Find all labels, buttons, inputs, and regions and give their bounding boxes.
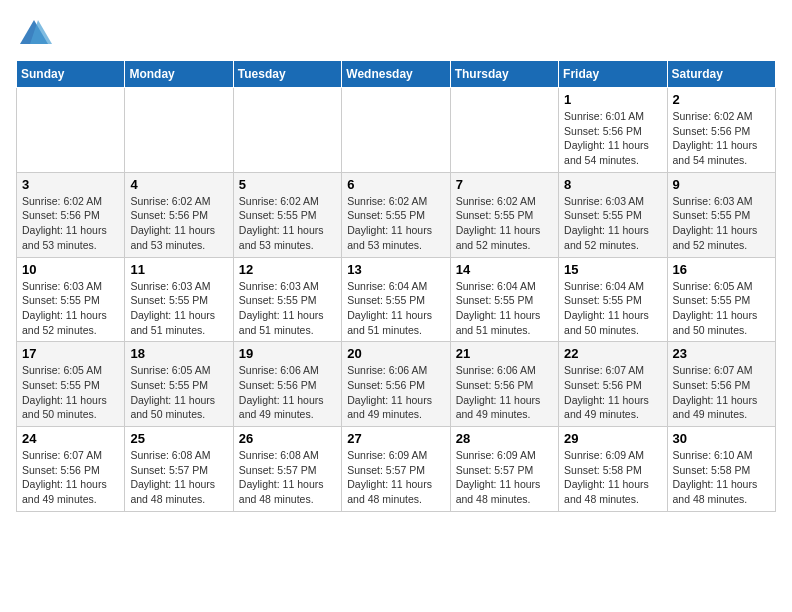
day-info: Sunrise: 6:09 AM Sunset: 5:57 PM Dayligh… bbox=[456, 448, 553, 507]
day-info: Sunrise: 6:03 AM Sunset: 5:55 PM Dayligh… bbox=[564, 194, 661, 253]
calendar-cell: 24Sunrise: 6:07 AM Sunset: 5:56 PM Dayli… bbox=[17, 427, 125, 512]
day-number: 29 bbox=[564, 431, 661, 446]
calendar-cell: 7Sunrise: 6:02 AM Sunset: 5:55 PM Daylig… bbox=[450, 172, 558, 257]
day-number: 16 bbox=[673, 262, 770, 277]
calendar-week-row: 17Sunrise: 6:05 AM Sunset: 5:55 PM Dayli… bbox=[17, 342, 776, 427]
calendar-cell: 19Sunrise: 6:06 AM Sunset: 5:56 PM Dayli… bbox=[233, 342, 341, 427]
day-info: Sunrise: 6:03 AM Sunset: 5:55 PM Dayligh… bbox=[673, 194, 770, 253]
day-info: Sunrise: 6:08 AM Sunset: 5:57 PM Dayligh… bbox=[130, 448, 227, 507]
calendar-cell: 16Sunrise: 6:05 AM Sunset: 5:55 PM Dayli… bbox=[667, 257, 775, 342]
weekday-header: Tuesday bbox=[233, 61, 341, 88]
day-number: 8 bbox=[564, 177, 661, 192]
day-info: Sunrise: 6:07 AM Sunset: 5:56 PM Dayligh… bbox=[673, 363, 770, 422]
calendar-cell: 22Sunrise: 6:07 AM Sunset: 5:56 PM Dayli… bbox=[559, 342, 667, 427]
day-number: 6 bbox=[347, 177, 444, 192]
day-number: 17 bbox=[22, 346, 119, 361]
day-info: Sunrise: 6:06 AM Sunset: 5:56 PM Dayligh… bbox=[239, 363, 336, 422]
calendar-cell: 5Sunrise: 6:02 AM Sunset: 5:55 PM Daylig… bbox=[233, 172, 341, 257]
day-info: Sunrise: 6:03 AM Sunset: 5:55 PM Dayligh… bbox=[239, 279, 336, 338]
day-info: Sunrise: 6:04 AM Sunset: 5:55 PM Dayligh… bbox=[456, 279, 553, 338]
calendar-cell: 2Sunrise: 6:02 AM Sunset: 5:56 PM Daylig… bbox=[667, 88, 775, 173]
calendar-cell: 25Sunrise: 6:08 AM Sunset: 5:57 PM Dayli… bbox=[125, 427, 233, 512]
day-info: Sunrise: 6:03 AM Sunset: 5:55 PM Dayligh… bbox=[22, 279, 119, 338]
calendar-cell bbox=[450, 88, 558, 173]
weekday-header: Wednesday bbox=[342, 61, 450, 88]
day-info: Sunrise: 6:01 AM Sunset: 5:56 PM Dayligh… bbox=[564, 109, 661, 168]
day-number: 24 bbox=[22, 431, 119, 446]
calendar-week-row: 10Sunrise: 6:03 AM Sunset: 5:55 PM Dayli… bbox=[17, 257, 776, 342]
calendar-cell: 4Sunrise: 6:02 AM Sunset: 5:56 PM Daylig… bbox=[125, 172, 233, 257]
day-info: Sunrise: 6:09 AM Sunset: 5:57 PM Dayligh… bbox=[347, 448, 444, 507]
day-info: Sunrise: 6:07 AM Sunset: 5:56 PM Dayligh… bbox=[22, 448, 119, 507]
page-header bbox=[16, 16, 776, 52]
calendar-cell: 28Sunrise: 6:09 AM Sunset: 5:57 PM Dayli… bbox=[450, 427, 558, 512]
day-info: Sunrise: 6:06 AM Sunset: 5:56 PM Dayligh… bbox=[456, 363, 553, 422]
day-info: Sunrise: 6:08 AM Sunset: 5:57 PM Dayligh… bbox=[239, 448, 336, 507]
day-number: 5 bbox=[239, 177, 336, 192]
calendar-cell: 8Sunrise: 6:03 AM Sunset: 5:55 PM Daylig… bbox=[559, 172, 667, 257]
calendar-cell: 6Sunrise: 6:02 AM Sunset: 5:55 PM Daylig… bbox=[342, 172, 450, 257]
day-number: 23 bbox=[673, 346, 770, 361]
day-info: Sunrise: 6:02 AM Sunset: 5:55 PM Dayligh… bbox=[347, 194, 444, 253]
day-number: 19 bbox=[239, 346, 336, 361]
day-info: Sunrise: 6:04 AM Sunset: 5:55 PM Dayligh… bbox=[347, 279, 444, 338]
day-number: 14 bbox=[456, 262, 553, 277]
day-info: Sunrise: 6:04 AM Sunset: 5:55 PM Dayligh… bbox=[564, 279, 661, 338]
calendar-cell: 20Sunrise: 6:06 AM Sunset: 5:56 PM Dayli… bbox=[342, 342, 450, 427]
logo-icon bbox=[16, 16, 52, 52]
day-info: Sunrise: 6:03 AM Sunset: 5:55 PM Dayligh… bbox=[130, 279, 227, 338]
day-number: 18 bbox=[130, 346, 227, 361]
calendar-cell: 15Sunrise: 6:04 AM Sunset: 5:55 PM Dayli… bbox=[559, 257, 667, 342]
weekday-header: Monday bbox=[125, 61, 233, 88]
calendar-cell bbox=[17, 88, 125, 173]
calendar-cell: 23Sunrise: 6:07 AM Sunset: 5:56 PM Dayli… bbox=[667, 342, 775, 427]
day-number: 13 bbox=[347, 262, 444, 277]
calendar-cell: 21Sunrise: 6:06 AM Sunset: 5:56 PM Dayli… bbox=[450, 342, 558, 427]
day-info: Sunrise: 6:02 AM Sunset: 5:56 PM Dayligh… bbox=[22, 194, 119, 253]
day-info: Sunrise: 6:05 AM Sunset: 5:55 PM Dayligh… bbox=[673, 279, 770, 338]
calendar-cell bbox=[125, 88, 233, 173]
calendar-cell: 30Sunrise: 6:10 AM Sunset: 5:58 PM Dayli… bbox=[667, 427, 775, 512]
day-info: Sunrise: 6:10 AM Sunset: 5:58 PM Dayligh… bbox=[673, 448, 770, 507]
weekday-header: Friday bbox=[559, 61, 667, 88]
calendar-header-row: SundayMondayTuesdayWednesdayThursdayFrid… bbox=[17, 61, 776, 88]
day-number: 28 bbox=[456, 431, 553, 446]
calendar-cell: 10Sunrise: 6:03 AM Sunset: 5:55 PM Dayli… bbox=[17, 257, 125, 342]
calendar-cell bbox=[233, 88, 341, 173]
weekday-header: Saturday bbox=[667, 61, 775, 88]
day-number: 26 bbox=[239, 431, 336, 446]
day-info: Sunrise: 6:07 AM Sunset: 5:56 PM Dayligh… bbox=[564, 363, 661, 422]
day-info: Sunrise: 6:02 AM Sunset: 5:56 PM Dayligh… bbox=[673, 109, 770, 168]
day-info: Sunrise: 6:05 AM Sunset: 5:55 PM Dayligh… bbox=[22, 363, 119, 422]
day-info: Sunrise: 6:06 AM Sunset: 5:56 PM Dayligh… bbox=[347, 363, 444, 422]
calendar-week-row: 1Sunrise: 6:01 AM Sunset: 5:56 PM Daylig… bbox=[17, 88, 776, 173]
day-info: Sunrise: 6:02 AM Sunset: 5:56 PM Dayligh… bbox=[130, 194, 227, 253]
day-info: Sunrise: 6:09 AM Sunset: 5:58 PM Dayligh… bbox=[564, 448, 661, 507]
day-number: 30 bbox=[673, 431, 770, 446]
day-number: 12 bbox=[239, 262, 336, 277]
day-number: 25 bbox=[130, 431, 227, 446]
calendar-cell: 14Sunrise: 6:04 AM Sunset: 5:55 PM Dayli… bbox=[450, 257, 558, 342]
day-number: 20 bbox=[347, 346, 444, 361]
calendar-table: SundayMondayTuesdayWednesdayThursdayFrid… bbox=[16, 60, 776, 512]
calendar-cell bbox=[342, 88, 450, 173]
calendar-cell: 29Sunrise: 6:09 AM Sunset: 5:58 PM Dayli… bbox=[559, 427, 667, 512]
day-number: 10 bbox=[22, 262, 119, 277]
day-info: Sunrise: 6:05 AM Sunset: 5:55 PM Dayligh… bbox=[130, 363, 227, 422]
calendar-cell: 27Sunrise: 6:09 AM Sunset: 5:57 PM Dayli… bbox=[342, 427, 450, 512]
day-number: 11 bbox=[130, 262, 227, 277]
day-number: 1 bbox=[564, 92, 661, 107]
calendar-cell: 13Sunrise: 6:04 AM Sunset: 5:55 PM Dayli… bbox=[342, 257, 450, 342]
calendar-week-row: 24Sunrise: 6:07 AM Sunset: 5:56 PM Dayli… bbox=[17, 427, 776, 512]
day-number: 7 bbox=[456, 177, 553, 192]
logo-area bbox=[16, 16, 56, 52]
day-number: 3 bbox=[22, 177, 119, 192]
day-number: 22 bbox=[564, 346, 661, 361]
day-number: 9 bbox=[673, 177, 770, 192]
weekday-header: Sunday bbox=[17, 61, 125, 88]
calendar-cell: 12Sunrise: 6:03 AM Sunset: 5:55 PM Dayli… bbox=[233, 257, 341, 342]
weekday-header: Thursday bbox=[450, 61, 558, 88]
calendar-cell: 9Sunrise: 6:03 AM Sunset: 5:55 PM Daylig… bbox=[667, 172, 775, 257]
calendar-cell: 11Sunrise: 6:03 AM Sunset: 5:55 PM Dayli… bbox=[125, 257, 233, 342]
day-number: 21 bbox=[456, 346, 553, 361]
